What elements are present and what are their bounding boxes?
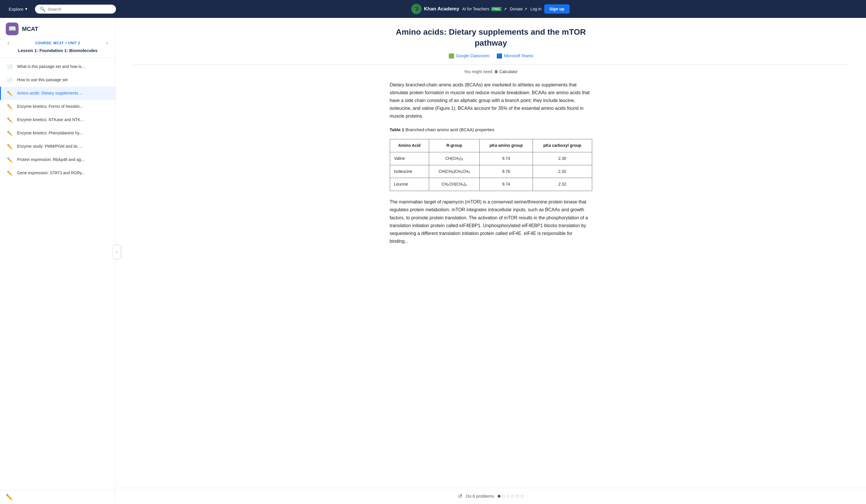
- sidebar-item-label-item-1: What is this passage set and how is...: [17, 64, 85, 70]
- breadcrumb-text: COURSE: MCAT > UNIT 2: [35, 41, 80, 45]
- donate-external-icon: ↗: [524, 7, 528, 11]
- table-caption-bold: Table 1: [390, 127, 404, 132]
- khan-academy-logo[interactable]: 🎓 Khan Academy: [411, 4, 459, 14]
- search-input[interactable]: [48, 7, 111, 12]
- sidebar-item-item-6[interactable]: ✏️ Enzyme kinetics: Phenylalanine hy...: [0, 126, 115, 140]
- do-problems-button[interactable]: Do 6 problems: [466, 494, 494, 499]
- sidebar-item-item-9[interactable]: ✏️ Gene expression: STAT3 and RORy...: [0, 167, 115, 180]
- sidebar-header: 📖 MCAT ‹ COURSE: MCAT > UNIT 2 › Lesson …: [0, 18, 115, 58]
- breadcrumb-nav-right: ›: [105, 40, 110, 46]
- bottom-pencil-icon: ✏️: [6, 494, 13, 500]
- sidebar-items-list: 📄 What is this passage set and how is...…: [0, 58, 115, 490]
- google-classroom-icon: 🟩: [448, 53, 454, 59]
- paragraph-2: The mammalian target of rapamycin (mTOR)…: [390, 198, 592, 245]
- sidebar-item-label-item-2: How to use this passage set: [17, 77, 68, 83]
- explore-label: Explore: [9, 7, 23, 12]
- sidebar-item-item-3[interactable]: ✏️ Amino acids: Dietary supplements ...: [0, 87, 115, 100]
- sidebar-item-item-5[interactable]: ✏️ Enzyme kinetics: NTKase and NTK...: [0, 113, 115, 126]
- sidebar-breadcrumb: ‹ COURSE: MCAT > UNIT 2 ›: [6, 40, 110, 46]
- paragraph-1: Dietary branched-chain amino acids (BCAA…: [390, 81, 592, 120]
- sidebar-item-icon-item-6: ✏️: [7, 130, 13, 136]
- sidebar-item-icon-item-3: ✏️: [7, 90, 13, 97]
- table-cell: CH(CH₃)CH₂CH₃: [429, 165, 480, 178]
- sidebar-item-label-item-8: Protein expression: RbAp48 and ag...: [17, 157, 85, 163]
- sidebar-item-icon-item-7: ✏️: [7, 143, 13, 150]
- do-problems-label: Do 6 problems: [466, 494, 494, 499]
- sidebar-lesson-title: Lesson 1: Foundation 1: Biomolecules: [6, 48, 110, 53]
- sidebar-item-label-item-7: Enzyme study: PMM/PGM and its ...: [17, 144, 82, 149]
- sidebar: 📖 MCAT ‹ COURSE: MCAT > UNIT 2 › Lesson …: [0, 18, 116, 504]
- progress-dot-5[interactable]: [521, 495, 524, 497]
- calculator-link[interactable]: 🖩 Calculator: [494, 69, 518, 74]
- sidebar-item-item-8[interactable]: ✏️ Protein expression: RbAp48 and ag...: [0, 153, 115, 167]
- sidebar-item-icon-item-5: ✏️: [7, 117, 13, 123]
- table-cell: 9.74: [480, 152, 533, 165]
- table-cell: 9.74: [480, 178, 533, 191]
- table-header: R-group: [429, 139, 480, 152]
- you-might-need-label: You might need:: [464, 69, 493, 74]
- explore-button[interactable]: Explore ▾: [6, 4, 30, 13]
- table-row: IsoleucineCH(CH₃)CH₂CH₃9.762.32: [390, 165, 592, 178]
- table-cell: Isoleucine: [390, 165, 429, 178]
- microsoft-teams-icon: 🟦: [497, 53, 502, 59]
- page-title: Amino acids: Dietary supplements and the…: [393, 26, 589, 48]
- nav-center: 🎓 Khan Academy AI for Teachers FREE ↗ Do…: [121, 4, 860, 14]
- khan-academy-name: Khan Academy: [424, 6, 459, 12]
- reload-icon[interactable]: ↺: [458, 493, 462, 500]
- khan-logo-icon: 🎓: [411, 4, 422, 14]
- table-cell: 2.32: [533, 178, 592, 191]
- ai-teachers-label: AI for Teachers: [462, 7, 489, 11]
- table-row: LeucineCH₂CH(CH₃)₂9.742.32: [390, 178, 592, 191]
- sidebar-logo: 📖 MCAT: [6, 23, 110, 35]
- sidebar-item-label-item-9: Gene expression: STAT3 and RORy...: [17, 170, 85, 176]
- sidebar-collapse-button[interactable]: ‹: [113, 245, 121, 259]
- table-cell: Leucine: [390, 178, 429, 191]
- sidebar-item-item-1[interactable]: 📄 What is this passage set and how is...: [0, 60, 115, 74]
- main-content: Amino acids: Dietary supplements and the…: [116, 18, 866, 504]
- share-links: 🟩 Google Classroom 🟦 Microsoft Teams: [133, 53, 849, 59]
- progress-dot-0[interactable]: [498, 495, 500, 497]
- donate-label: Donate: [510, 7, 523, 11]
- donate-link[interactable]: Donate ↗: [510, 7, 528, 11]
- sidebar-item-icon-item-2: 📄: [7, 77, 13, 83]
- sidebar-item-item-4[interactable]: ✏️ Enzyme kinetics: Forms of hexokin...: [0, 100, 115, 113]
- login-button[interactable]: Log in: [530, 7, 541, 11]
- bottom-bar: ↺ Do 6 problems: [116, 488, 866, 504]
- search-icon: 🔍: [40, 7, 45, 12]
- google-classroom-link[interactable]: 🟩 Google Classroom: [448, 53, 489, 59]
- table-cell: CH₂CH(CH₃)₂: [429, 178, 480, 191]
- microsoft-teams-link[interactable]: 🟦 Microsoft Teams: [497, 53, 533, 59]
- google-classroom-label: Google Classroom: [456, 54, 489, 58]
- signup-button[interactable]: Sign up: [544, 4, 569, 14]
- bcaa-table: Amino AcidR-grouppKa amino grouppKa carb…: [390, 139, 592, 191]
- table-caption: Table 1 Branched-chain amino acid (BCAA)…: [390, 126, 592, 134]
- sidebar-item-item-2[interactable]: 📄 How to use this passage set: [0, 74, 115, 87]
- breadcrumb-prev-button[interactable]: ‹: [6, 40, 11, 46]
- progress-dot-1[interactable]: [502, 495, 505, 497]
- navbar: Explore ▾ 🔍 🎓 Khan Academy AI for Teache…: [0, 0, 866, 18]
- sidebar-item-icon-item-8: ✏️: [7, 157, 13, 163]
- you-might-need: You might need: 🖩 Calculator: [133, 69, 849, 74]
- table-cell: Valine: [390, 152, 429, 165]
- progress-dot-4[interactable]: [516, 495, 519, 497]
- login-label: Log in: [530, 7, 541, 11]
- table-row: ValineCH(CH₃)₂9.742.30: [390, 152, 592, 165]
- sidebar-item-label-item-5: Enzyme kinetics: NTKase and NTK...: [17, 117, 84, 123]
- sidebar-bottom: ✏️: [0, 490, 115, 504]
- sidebar-course-title: MCAT: [22, 26, 38, 32]
- ai-teachers-link[interactable]: AI for Teachers FREE ↗: [462, 7, 507, 11]
- sidebar-item-icon-item-9: ✏️: [7, 170, 13, 176]
- chevron-down-icon: ▾: [25, 7, 27, 12]
- progress-dot-2[interactable]: [507, 495, 510, 497]
- table-header: pKa carboxyl group: [533, 139, 592, 152]
- breadcrumb-next-button[interactable]: ›: [105, 40, 110, 46]
- mcat-logo-icon: 📖: [6, 23, 19, 35]
- search-bar[interactable]: 🔍: [35, 4, 116, 14]
- microsoft-teams-label: Microsoft Teams: [504, 54, 533, 58]
- progress-dot-3[interactable]: [511, 495, 514, 497]
- table-cell: 2.32: [533, 165, 592, 178]
- sidebar-item-item-7[interactable]: ✏️ Enzyme study: PMM/PGM and its ...: [0, 140, 115, 153]
- breadcrumb-nav: ‹: [6, 40, 11, 46]
- table-caption-text: Branched-chain amino acid (BCAA) propert…: [406, 127, 495, 132]
- table-header: pKa amino group: [480, 139, 533, 152]
